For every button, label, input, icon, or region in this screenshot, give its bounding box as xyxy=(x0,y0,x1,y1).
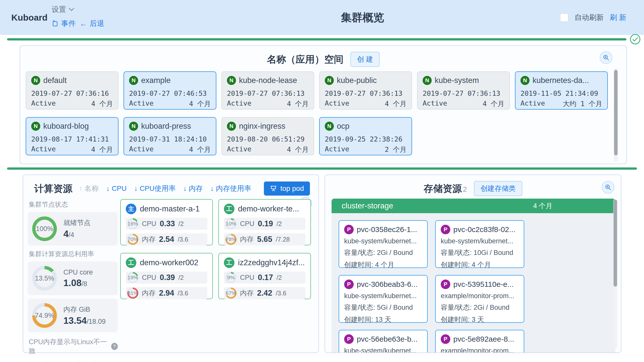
cpu-total: /2 xyxy=(178,274,184,281)
node-name: iz2zedgghv14j4zf... xyxy=(238,258,305,267)
help-link[interactable]: CPU内存使用低却无法调度 ? xyxy=(29,360,118,362)
donut-percent: 67% xyxy=(226,290,236,296)
stat-info: CPU core 1.08/8 xyxy=(63,268,93,288)
pvc-card[interactable]: P pvc-56ebe63e-b... kube-system/kubernet… xyxy=(339,330,428,352)
node-name: demo-worker002 xyxy=(140,258,198,267)
namespace-badge: N xyxy=(227,122,236,131)
namespace-name: example xyxy=(141,76,171,85)
namespace-card[interactable]: N ocp 2019-09-25 22:38:26 Active 2 个月 xyxy=(319,117,412,155)
auto-refresh-label: 自动刷新 xyxy=(575,13,604,23)
sort-link[interactable]: ↓ CPU使用率 xyxy=(134,184,176,193)
auto-refresh-checkbox[interactable] xyxy=(560,13,569,22)
top-pod-button[interactable]: top pod xyxy=(264,182,310,196)
namespace-card[interactable]: N kubernetes-da... 2019-11-05 21:34:09 A… xyxy=(515,71,608,110)
pvc-card[interactable]: P pvc-5395110e-e... example/monitor-prom… xyxy=(435,275,524,323)
namespace-status-row: Active 4 个月 xyxy=(129,99,211,108)
settings-menu[interactable]: 设置 xyxy=(52,5,104,15)
zoom-in-button[interactable] xyxy=(602,181,614,194)
brand-logo[interactable]: Kuboard xyxy=(11,13,48,23)
donut-percent: 13.5% xyxy=(35,275,54,282)
app-header: Kuboard 设置 事件 ← 后退 集群概览 自动刷新 刷 新 xyxy=(0,0,644,35)
memory-label: 内存 xyxy=(142,289,155,298)
cpu-total: /2 xyxy=(276,274,282,281)
namespace-status: Active xyxy=(129,145,154,154)
namespace-status: Active xyxy=(31,99,56,108)
namespace-card[interactable]: N nginx-ingress 2019-08-20 06:51:29 Acti… xyxy=(221,117,314,155)
pvc-card[interactable]: P pvc-0358ec26-1... kube-system/kubernet… xyxy=(339,220,428,268)
namespace-status-row: Active 4 个月 xyxy=(227,145,309,154)
namespace-card[interactable]: N example 2019-07-27 07:46:53 Active 4 个… xyxy=(124,71,216,110)
help-link[interactable]: CPU内存显示与Linux不一致 ? xyxy=(29,337,118,355)
pvc-card[interactable]: P pvc-0c2c83f8-02... kube-system/kuberne… xyxy=(435,220,524,268)
pvc-namespace: kube-system/kubernet... xyxy=(441,237,519,245)
cpu-total: /2 xyxy=(276,220,282,228)
namespace-card[interactable]: N kube-public 2019-07-27 07:36:13 Active… xyxy=(319,71,412,110)
create-storage-class-button[interactable]: 创建存储类 xyxy=(474,181,522,196)
scrollbar-thumb[interactable] xyxy=(614,70,618,155)
pvc-badge: P xyxy=(344,334,354,344)
node-card[interactable]: 工 demo-worker002 19% CPU 0.39 /2 81% 内存 … xyxy=(120,253,213,299)
green-divider-middle xyxy=(7,167,637,170)
node-card[interactable]: 工 demo-worker-te... 10% CPU 0.19 /2 78% … xyxy=(218,199,311,245)
namespace-card[interactable]: N kube-system 2019-07-27 07:36:13 Active… xyxy=(417,71,510,110)
namespaces-title: 名称（应用）空间 xyxy=(267,53,343,66)
storage-title: 存储资源2 xyxy=(424,182,467,195)
back-label: 后退 xyxy=(90,19,104,29)
namespace-card-head: N ocp xyxy=(325,122,407,131)
namespace-card-head: N default xyxy=(31,76,113,85)
pvc-card[interactable]: P pvc-306beab3-6... kube-system/kubernet… xyxy=(339,275,428,323)
sort-link[interactable]: ↓ CPU xyxy=(106,185,127,193)
namespace-status-row: Active 4 个月 xyxy=(325,99,407,108)
namespace-badge: N xyxy=(129,122,138,131)
namespace-card[interactable]: N kube-node-lease 2019-07-27 07:36:13 Ac… xyxy=(221,71,314,110)
compute-panel: 计算资源 ↑ 名称 ↓ CPU ↓ CPU使用率 ↓ 内存 ↓ 内存使用率 to… xyxy=(23,174,319,353)
scrollbar-thumb[interactable] xyxy=(614,200,617,287)
namespace-status-row: Active 2 个月 xyxy=(325,145,407,154)
header-links: 事件 ← 后退 xyxy=(52,19,104,29)
zoom-in-button[interactable] xyxy=(600,51,612,64)
sort-link[interactable]: ↑ 名称 xyxy=(79,184,99,193)
node-card[interactable]: 工 iz2zedgghv14j4zf... 9% CPU 0.17 /2 67%… xyxy=(218,253,311,299)
node-memory-row: 67% 内存 2.42 /3.6 xyxy=(224,287,305,299)
node-cpu-row: 10% CPU 0.19 /2 xyxy=(224,218,305,230)
node-card-head: 主 demo-master-a-1 xyxy=(126,204,207,214)
pvc-card[interactable]: P pvc-5e892aee-8... example/monitor-prom… xyxy=(435,330,524,352)
namespace-status-row: Active 4 个月 xyxy=(129,145,211,154)
pvc-badge: P xyxy=(441,280,450,289)
cpu-value: 0.17 xyxy=(258,273,273,282)
namespace-status-row: Active 大约 1 个月 xyxy=(520,99,602,108)
node-card[interactable]: 主 demo-master-a-1 16% CPU 0.33 /2 70% 内存… xyxy=(120,199,213,245)
create-namespace-button[interactable]: 创 建 xyxy=(350,52,380,67)
help-link-label: CPU内存显示与Linux不一致 xyxy=(29,337,109,355)
namespace-age: 4 个月 xyxy=(482,99,504,108)
namespace-created-date: 2019-07-27 07:36:13 xyxy=(227,89,309,97)
compute-header: 计算资源 ↑ 名称 ↓ CPU ↓ CPU使用率 ↓ 内存 ↓ 内存使用率 to… xyxy=(34,182,310,196)
node-cpu-row: 16% CPU 0.33 /2 xyxy=(126,218,207,230)
namespace-badge: N xyxy=(31,122,40,131)
pvc-badge: P xyxy=(441,225,450,234)
sort-link[interactable]: ↓ 内存使用率 xyxy=(210,184,251,193)
stat-card: 13.5% CPU core 1.08/8 xyxy=(28,261,118,295)
cpu-label: CPU xyxy=(142,220,156,228)
namespace-card-head: N kubernetes-da... xyxy=(520,76,602,85)
pvc-capacity-status: 容量/状态: 5Gi / Bound xyxy=(344,303,422,312)
namespace-name: kube-public xyxy=(337,76,377,85)
namespace-card[interactable]: N default 2019-07-27 07:36:16 Active 4 个… xyxy=(26,71,118,110)
chevron-down-icon xyxy=(69,8,74,11)
namespace-card[interactable]: N kuboard-blog 2019-08-17 17:41:31 Activ… xyxy=(26,117,118,155)
events-link[interactable]: 事件 xyxy=(52,19,76,29)
namespace-card[interactable]: N kuboard-press 2019-07-31 18:24:10 Acti… xyxy=(124,117,216,155)
namespace-name: kuboard-press xyxy=(141,122,191,131)
pvc-card-head: P pvc-0c2c83f8-02... xyxy=(441,225,519,234)
header-right: 自动刷新 刷 新 xyxy=(560,13,626,23)
namespace-status: Active xyxy=(423,99,447,108)
sort-link[interactable]: ↓ 内存 xyxy=(183,184,203,193)
namespace-name: nginx-ingress xyxy=(239,122,285,131)
storage-class-bar[interactable]: cluster-storage 4 个月 xyxy=(332,199,615,213)
stat-total: /8 xyxy=(82,280,87,288)
cpu-usage-donut: 16% xyxy=(127,218,138,229)
node-role-badge: 工 xyxy=(126,257,136,268)
sort-label: 内存 xyxy=(189,184,203,193)
refresh-button[interactable]: 刷 新 xyxy=(610,13,626,23)
back-link[interactable]: ← 后退 xyxy=(80,19,104,29)
